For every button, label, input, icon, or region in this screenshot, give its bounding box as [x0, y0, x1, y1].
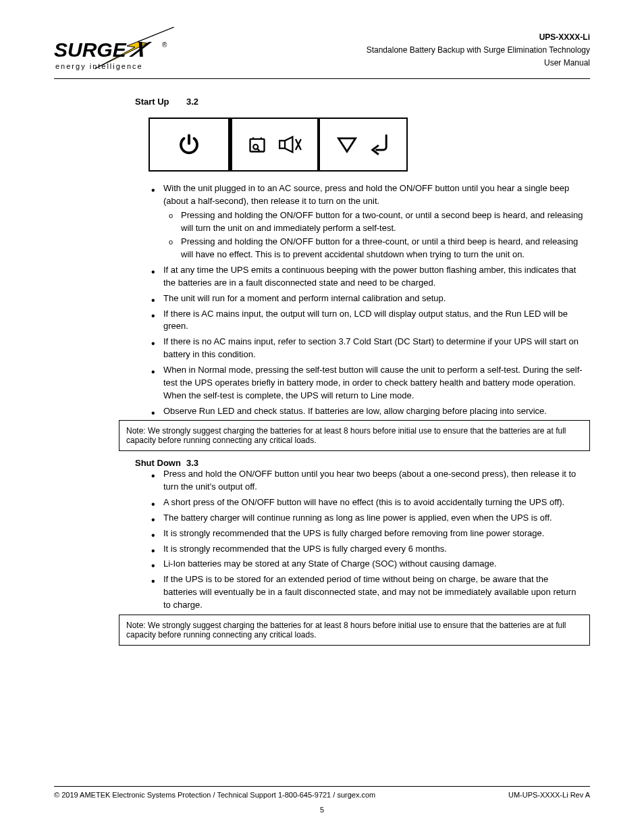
note-box-2: Note: We strongly suggest charging the b…: [119, 615, 590, 646]
footer-rule: [54, 786, 590, 787]
shutdown-list: Press and hold the ON/OFF button until y…: [119, 468, 590, 611]
footer-left: © 2019 AMETEK Electronic Systems Protect…: [54, 791, 375, 799]
section-shutdown-heading: 3.3 Shut Down: [119, 458, 590, 468]
list-item: Li-Ion batteries may be stored at any St…: [151, 558, 583, 571]
power-icon: [177, 132, 201, 157]
list-item: Observe Run LED and check status. If bat…: [151, 405, 583, 418]
section-title-1: Start Up: [135, 97, 169, 107]
diagram-cell-test-mute: [230, 119, 320, 170]
diagram-cell-nav: [320, 119, 406, 170]
list-item: It is strongly recommended that the UPS …: [151, 543, 583, 556]
list-item: It is strongly recommended that the UPS …: [151, 527, 583, 540]
header-line2: Standalone Battery Backup with Surge Eli…: [367, 44, 590, 57]
list-item: The battery charger will continue runnin…: [151, 512, 583, 525]
header-line3: User Manual: [367, 57, 590, 70]
section-number-2: 3.3: [186, 458, 198, 468]
section-startup-heading: 3.2 Start Up: [119, 97, 590, 107]
page-number: 5: [54, 806, 590, 814]
surgex-logo-svg: SURGE X ® energy intelligence: [54, 27, 176, 76]
list-item: A short press of the ON/OFF button will …: [151, 496, 583, 509]
section-number-1: 3.2: [186, 97, 198, 107]
down-icon: [337, 136, 357, 153]
diagram-row: [149, 118, 408, 172]
header-right: UPS-XXXX-Li Standalone Battery Backup wi…: [367, 27, 590, 70]
startup-sublist: Pressing and holding the ON/OFF button f…: [163, 209, 583, 261]
page: SURGE X ® energy intelligence UPS-XXXX-L…: [0, 0, 644, 834]
list-item: When in Normal mode, pressing the self-t…: [151, 364, 583, 402]
content: 3.2 Start Up With the unit plugged in to…: [54, 79, 590, 646]
header-row: SURGE X ® energy intelligence UPS-XXXX-L…: [54, 27, 590, 76]
list-item: If at any time the UPS emits a continuou…: [151, 264, 583, 290]
self-test-icon: [248, 135, 267, 154]
logo-reg: ®: [162, 41, 167, 49]
logo-text-main: SURGE: [54, 38, 127, 61]
footer: © 2019 AMETEK Electronic Systems Protect…: [54, 786, 590, 814]
list-item: With the unit plugged in to an AC source…: [151, 182, 583, 261]
header-model: UPS-XXXX-Li: [367, 31, 590, 44]
list-item: If there is no AC mains input, refer to …: [151, 336, 583, 361]
logo-tagline: energy intelligence: [55, 62, 143, 70]
enter-icon: [369, 133, 390, 156]
list-item: The unit will run for a moment and perfo…: [151, 292, 583, 305]
section-title-2: Shut Down: [135, 458, 181, 468]
svg-rect-2: [279, 140, 285, 148]
list-item: Pressing and holding the ON/OFF button f…: [181, 209, 583, 235]
footer-right: UM-UPS-XXXX-Li Rev A: [508, 791, 590, 799]
list-item: If the UPS is to be stored for an extend…: [151, 573, 583, 612]
svg-point-1: [253, 145, 258, 149]
list-item: If there is AC mains input, the output w…: [151, 308, 583, 334]
button-panel-diagram: [149, 118, 590, 172]
list-item-text: With the unit plugged in to an AC source…: [163, 183, 569, 206]
footer-row: © 2019 AMETEK Electronic Systems Protect…: [54, 791, 590, 799]
note-box-1: Note: We strongly suggest charging the b…: [119, 420, 590, 451]
diagram-cell-power: [150, 119, 230, 170]
mute-icon: [279, 136, 302, 153]
startup-list: With the unit plugged in to an AC source…: [119, 182, 590, 417]
list-item: Pressing and holding the ON/OFF button f…: [181, 236, 583, 261]
list-item: Press and hold the ON/OFF button until y…: [151, 468, 583, 494]
logo: SURGE X ® energy intelligence: [54, 27, 189, 76]
